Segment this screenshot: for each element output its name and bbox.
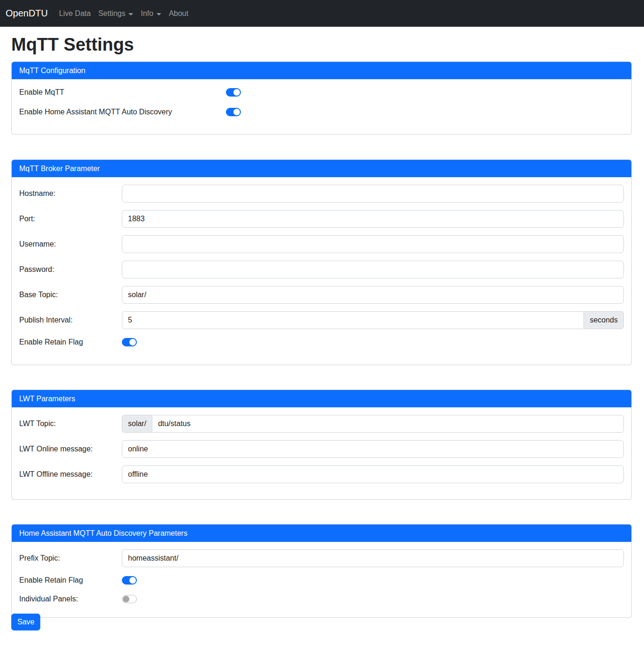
caret-down-icon — [157, 13, 161, 15]
broker-retain-label: Enable Retain Flag — [19, 337, 122, 348]
enable-mqtt-row: Enable MqTT — [19, 87, 624, 98]
hass-retain-row: Enable Retain Flag — [19, 575, 624, 586]
individual-panels-toggle[interactable] — [122, 595, 137, 603]
lwt-topic-prefix-addon: solar/ — [122, 415, 152, 433]
nav-item-settings[interactable]: Settings — [95, 6, 137, 22]
broker-retain-toggle[interactable] — [122, 338, 137, 346]
lwt-offline-input[interactable] — [122, 465, 624, 483]
hass-discovery-card: Home Assistant MQTT Auto Discovery Param… — [11, 524, 632, 618]
port-input[interactable] — [122, 210, 624, 228]
top-navbar: OpenDTU Live Data Settings Info About — [0, 0, 644, 27]
individual-panels-row: Individual Panels: — [19, 593, 624, 605]
page-content: MqTT Settings MqTT Configuration Enable … — [0, 27, 644, 634]
nav-item-label: Live Data — [59, 9, 91, 18]
hass-retain-label: Enable Retain Flag — [19, 575, 122, 586]
lwt-offline-row: LWT Offline message: — [19, 465, 624, 483]
mqtt-configuration-header: MqTT Configuration — [12, 62, 631, 79]
lwt-offline-label: LWT Offline message: — [19, 469, 122, 480]
nav-item-info[interactable]: Info — [137, 6, 165, 22]
hostname-input[interactable] — [122, 185, 624, 202]
publish-interval-row: Publish Interval: seconds — [19, 311, 624, 329]
enable-mqtt-label: Enable MqTT — [19, 87, 226, 98]
save-button[interactable]: Save — [11, 614, 40, 630]
mqtt-broker-card: MqTT Broker Parameter Hostname: Port: Us… — [11, 159, 632, 365]
port-row: Port: — [19, 210, 624, 228]
base-topic-label: Base Topic: — [19, 289, 122, 300]
prefix-topic-row: Prefix Topic: — [19, 549, 624, 567]
nav-item-live-data[interactable]: Live Data — [55, 6, 95, 22]
toggle-knob — [129, 577, 136, 584]
hostname-label: Hostname: — [19, 188, 122, 199]
enable-mqtt-toggle[interactable] — [226, 88, 241, 97]
individual-panels-label: Individual Panels: — [19, 593, 122, 605]
prefix-topic-label: Prefix Topic: — [19, 553, 122, 564]
nav-item-label: About — [169, 9, 188, 18]
lwt-topic-label: LWT Topic: — [19, 418, 122, 429]
caret-down-icon — [128, 13, 133, 15]
hass-discovery-header: Home Assistant MQTT Auto Discovery Param… — [12, 525, 631, 542]
enable-hass-discovery-row: Enable Home Assistant MQTT Auto Discover… — [19, 106, 624, 118]
broker-retain-row: Enable Retain Flag — [19, 337, 624, 348]
lwt-online-label: LWT Online message: — [19, 443, 122, 455]
username-row: Username: — [19, 235, 624, 253]
username-label: Username: — [19, 239, 122, 250]
lwt-parameters-header: LWT Parameters — [12, 390, 631, 407]
lwt-topic-row: LWT Topic: solar/ — [19, 415, 624, 433]
enable-hass-discovery-toggle[interactable] — [226, 108, 241, 116]
hostname-row: Hostname: — [19, 185, 624, 202]
publish-interval-input[interactable] — [122, 311, 584, 329]
password-input[interactable] — [122, 261, 624, 278]
password-row: Password: — [19, 261, 624, 278]
nav-item-label: Info — [141, 9, 153, 18]
lwt-topic-input[interactable] — [152, 415, 624, 433]
toggle-knob — [233, 109, 240, 115]
enable-hass-discovery-label: Enable Home Assistant MQTT Auto Discover… — [19, 106, 226, 118]
lwt-parameters-card: LWT Parameters LWT Topic: solar/ LWT Onl… — [11, 390, 632, 500]
seconds-unit-addon: seconds — [584, 311, 624, 329]
publish-interval-label: Publish Interval: — [19, 315, 122, 326]
username-input[interactable] — [122, 235, 624, 253]
mqtt-broker-header: MqTT Broker Parameter — [12, 160, 631, 177]
nav-item-about[interactable]: About — [165, 6, 192, 22]
password-label: Password: — [19, 264, 122, 275]
base-topic-input[interactable] — [122, 286, 624, 304]
port-label: Port: — [19, 213, 122, 225]
hass-retain-toggle[interactable] — [122, 576, 137, 585]
toggle-knob — [123, 596, 129, 602]
navbar-brand[interactable]: OpenDTU — [6, 8, 48, 19]
lwt-online-input[interactable] — [122, 440, 624, 458]
page-title: MqTT Settings — [11, 34, 632, 55]
prefix-topic-input[interactable] — [122, 549, 624, 567]
lwt-online-row: LWT Online message: — [19, 440, 624, 458]
mqtt-configuration-card: MqTT Configuration Enable MqTT Enable Ho… — [11, 61, 632, 135]
toggle-knob — [233, 89, 240, 96]
toggle-knob — [129, 339, 136, 345]
base-topic-row: Base Topic: — [19, 286, 624, 304]
nav-item-label: Settings — [98, 9, 126, 18]
